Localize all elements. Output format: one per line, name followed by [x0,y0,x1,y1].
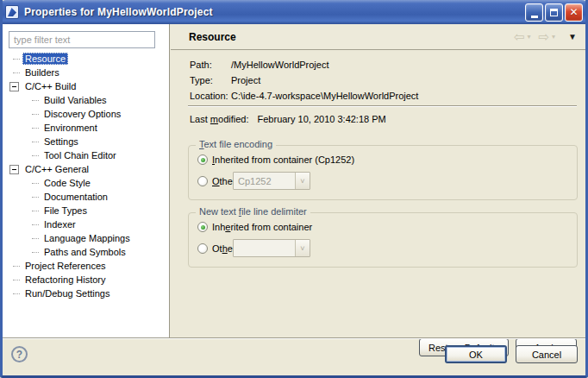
help-icon[interactable]: ? [11,346,28,362]
path-label: Path: [190,60,231,70]
tree-item-paths-and-symbols[interactable]: Paths and Symbols [3,245,169,259]
encoding-inherited-option[interactable]: Inherited from container (Cp1252) [197,154,354,166]
tree-item-language-mappings[interactable]: Language Mappings [3,231,169,245]
tree-item-tool-chain-editor[interactable]: Tool Chain Editor [3,148,169,162]
tree-connector [32,238,39,239]
tree-connector [32,100,39,101]
location-label: Location: [190,91,231,101]
chevron-down-icon[interactable]: ˅ [295,173,310,189]
tree-item-label: C/C++ Build [22,80,78,92]
tree-connector [13,293,20,294]
close-icon: ✕ [569,7,578,17]
tree-item-label: Documentation [41,191,110,203]
type-row: Type: Project [190,75,260,85]
back-dropdown-icon[interactable]: ▾ [527,34,530,41]
page-content: Path: /MyHellowWorldProject Type: Projec… [171,51,585,337]
tree-connector [32,224,39,225]
tree-item-c-c-general[interactable]: C/C++ General [3,162,169,176]
location-row: Location: C:\ide-4.7-workspace\MyHellowW… [190,91,418,101]
text-file-encoding-title: Text file encoding [196,139,276,149]
tree-item-label: Project References [22,260,109,272]
bottom-bar: ? OK Cancel [3,339,585,375]
navigation-panel: ResourceBuildersC/C++ BuildBuild Variabl… [3,24,170,337]
tree-item-label: Discovery Options [41,108,123,120]
encoding-combo-value: Cp1252 [234,176,295,186]
properties-dialog: Properties for MyHellowWorldProject ✕ Re… [0,0,588,378]
minimize-button[interactable] [525,3,543,22]
tree-item-label: Paths and Symbols [41,246,128,258]
delimiter-combo[interactable]: ˅ [233,239,310,257]
tree-item-discovery-options[interactable]: Discovery Options [3,107,169,121]
radio-unchecked-icon[interactable] [197,243,208,254]
encoding-combo[interactable]: Cp1252 ˅ [233,172,310,190]
page-header: Resource ⇦ ▾ ⇨ ▾ ▼ [171,24,585,50]
delimiter-inherited-label: Inherited from container [212,222,312,232]
separator [188,105,577,107]
last-modified-row: Last modified: February 10, 2010 3:42:18… [190,114,386,124]
tree-item-label: Tool Chain Editor [41,149,119,161]
type-value: Project [231,75,260,85]
radio-checked-icon[interactable] [197,222,208,232]
line-delimiter-title: New text file line delimiter [196,206,310,217]
delimiter-inherited-option[interactable]: Inherited from container [197,221,312,233]
maximize-button[interactable] [545,3,563,22]
tree-item-resource[interactable]: Resource [3,52,169,66]
tree-connector [32,114,39,115]
text-file-encoding-group: Text file encoding Inherited from contai… [188,145,578,200]
window-title: Properties for MyHellowWorldProject [24,6,525,18]
page-title: Resource [189,31,514,43]
ok-button[interactable]: OK [445,345,507,363]
tree-connector [32,252,39,253]
tree-item-refactoring-history[interactable]: Refactoring History [3,273,169,287]
tree-item-build-variables[interactable]: Build Variables [3,93,169,107]
tree-connector [32,211,39,211]
collapse-minus-icon[interactable] [9,82,19,91]
back-arrow-icon[interactable]: ⇦ [514,30,525,43]
encoding-inherited-label: Inherited from container (Cp1252) [212,154,354,165]
tree-connector [13,266,20,267]
location-value: C:\ide-4.7-workspace\MyHellowWorldProjec… [231,91,418,101]
path-value: /MyHellowWorldProject [231,60,329,70]
last-modified-label: Last modified: [190,114,249,124]
tree-item-label: Settings [41,135,81,148]
tree-item-label: Refactoring History [22,274,109,286]
tree-item-run-debug-settings[interactable]: Run/Debug Settings [3,287,169,300]
tree-connector [32,155,39,156]
tree-connector [32,128,39,129]
radio-checked-icon[interactable] [197,154,208,165]
minimize-icon [531,16,538,18]
tree-item-file-types[interactable]: File Types [3,204,169,217]
tree-item-label: Resource [22,53,68,65]
radio-unchecked-icon[interactable] [197,176,208,186]
tree-item-indexer[interactable]: Indexer [3,217,169,231]
tree-item-label: Indexer [41,218,78,230]
dialog-body: ResourceBuildersC/C++ BuildBuild Variabl… [3,24,585,375]
tree-connector [32,142,39,142]
view-menu-icon[interactable]: ▼ [568,33,577,41]
type-label: Type: [190,75,231,85]
tree-item-environment[interactable]: Environment [3,121,169,135]
tree-connector [32,197,39,198]
tree-item-documentation[interactable]: Documentation [3,190,169,204]
tree-item-settings[interactable]: Settings [3,135,169,148]
resource-page: Resource ⇦ ▾ ⇨ ▾ ▼ Path: /MyHellowWorldP… [171,24,585,337]
forward-dropdown-icon[interactable]: ▾ [552,34,555,41]
cancel-button[interactable]: Cancel [516,345,578,363]
forward-arrow-icon[interactable]: ⇨ [539,30,550,43]
tree-item-label: Run/Debug Settings [22,287,112,299]
tree-item-label: C/C++ General [22,163,91,175]
tree-item-code-style[interactable]: Code Style [3,176,169,190]
tree-item-label: Code Style [41,177,93,189]
tree-item-label: Builders [22,66,62,79]
chevron-down-icon[interactable]: ˅ [295,240,310,256]
filter-input[interactable] [9,31,155,48]
collapse-minus-icon[interactable] [9,165,19,174]
title-bar: Properties for MyHellowWorldProject ✕ [0,0,588,24]
line-delimiter-group: New text file line delimiter Inherited f… [188,212,578,268]
tree-item-builders[interactable]: Builders [3,66,169,79]
tree-connector [13,72,20,73]
tree-connector [13,59,20,60]
close-button[interactable]: ✕ [565,3,583,22]
tree-item-project-references[interactable]: Project References [3,259,169,273]
tree-item-c-c-build[interactable]: C/C++ Build [3,79,169,93]
